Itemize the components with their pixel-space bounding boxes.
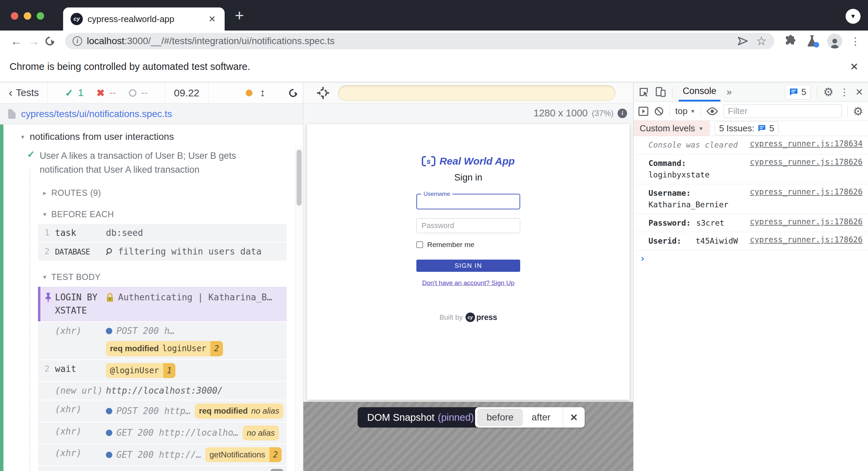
devtools-settings-icon[interactable]: ⚙ [823, 86, 833, 98]
back-button[interactable]: ← [7, 35, 25, 48]
clear-console-icon[interactable] [654, 106, 664, 116]
username-field[interactable]: Username [416, 194, 520, 209]
console-row[interactable]: Username:Katharina_Bernier cypress_runne… [634, 184, 868, 214]
command-row-xhr[interactable]: (xhr) POST 200 h… req modifiedloginUser2 [38, 322, 287, 359]
inspect-element-icon[interactable] [638, 87, 649, 97]
before-each-label: BEFORE EACH [51, 209, 114, 219]
log-levels-selector[interactable]: Custom levels▼ [634, 121, 710, 136]
auto-scroll-dot-icon [246, 90, 252, 96]
console-row[interactable]: Password:s3cret cypress_runner.js:178626 [634, 214, 868, 232]
divider [701, 106, 701, 117]
profile-avatar[interactable] [827, 34, 842, 49]
tab-console[interactable]: Console [679, 82, 720, 101]
console-settings-icon[interactable]: ⚙ [853, 106, 863, 117]
url-text: localhost:3000/__/#/tests/integration/ui… [87, 36, 730, 46]
viewport-info: 1280 x 1000 (37%) i [303, 108, 633, 119]
issues-button[interactable]: 5 Issues: 5 [715, 121, 779, 135]
command-row-task[interactable]: 1 task db:seed [38, 224, 287, 242]
console-row[interactable]: Command:loginbyxstate cypress_runner.js:… [634, 154, 868, 184]
bookmark-star-icon[interactable]: ☆ [756, 34, 767, 48]
console-messages-badge[interactable]: 5 [785, 85, 811, 99]
command-row-get[interactable]: 3 get [data-test=list-skeleton] 0 [38, 466, 287, 471]
device-toolbar-icon[interactable] [655, 87, 666, 97]
eye-icon[interactable] [706, 107, 718, 115]
remember-me-checkbox[interactable] [416, 241, 423, 248]
console-sidebar-toggle-icon[interactable] [638, 106, 648, 116]
test-row[interactable]: ✓ User A likes a transaction of User B; … [0, 149, 295, 176]
viewport-info-icon[interactable]: i [618, 109, 627, 118]
console-row[interactable]: Userid:t45AiwidW cypress_runner.js:17862… [634, 232, 868, 250]
send-icon[interactable] [738, 36, 748, 46]
remember-me-row[interactable]: Remember me [416, 241, 520, 249]
before-each-section-toggle[interactable]: ▾ BEFORE EACH [0, 209, 295, 219]
console-filter-input[interactable] [723, 105, 842, 118]
source-link[interactable]: cypress_runner.js:178626 [750, 157, 863, 166]
test-body-section-toggle[interactable]: ▾ TEST BODY [0, 272, 295, 282]
reload-button[interactable] [44, 35, 56, 48]
flask-extension-icon[interactable] [806, 35, 818, 48]
command-name: (xhr) [55, 325, 106, 337]
window-close-button[interactable] [11, 12, 18, 20]
username-label: Username [421, 191, 452, 197]
command-row-new-url[interactable]: (new url) http://localhost:3000/ [38, 382, 287, 400]
cypress-brand-text: press [476, 313, 497, 322]
context-selector[interactable]: top▼ [675, 106, 695, 116]
aut-url-field[interactable] [338, 85, 616, 101]
cypress-favicon-icon: cy [71, 13, 83, 25]
source-link[interactable]: cypress_runner.js:178626 [750, 187, 863, 196]
command-row-xhr[interactable]: (xhr) POST 200 http… req modifiedno alia… [38, 400, 287, 421]
scrollbar-thumb[interactable] [297, 150, 302, 206]
back-to-tests-button[interactable]: ‹ Tests [0, 82, 48, 103]
password-placeholder: Password [421, 221, 454, 230]
console-prompt[interactable]: › [634, 250, 868, 267]
pinned-command-row[interactable]: LOGIN BY XSTATE Authenticating | Kathari… [38, 287, 287, 321]
url-bar[interactable]: i localhost:3000/__/#/tests/integration/… [65, 33, 774, 49]
reporter-scrollbar[interactable] [295, 146, 303, 471]
site-info-icon[interactable]: i [73, 36, 82, 46]
infobar-close-icon[interactable]: ✕ [850, 61, 858, 73]
selector-playground-icon[interactable] [317, 87, 329, 99]
command-log-scroll[interactable]: ▾ notifications from user interactions ✓… [0, 125, 295, 471]
source-link[interactable]: cypress_runner.js:178634 [750, 139, 863, 148]
snapshot-toggle-control: before after ✕ [475, 407, 585, 428]
sign-up-link[interactable]: Don't have an account? Sign Up [416, 279, 520, 287]
rerun-tests-button[interactable] [287, 87, 299, 99]
tab-close-icon[interactable]: ✕ [207, 14, 217, 24]
pin-icon [41, 291, 55, 302]
viewport-scale: (37%) [592, 109, 614, 118]
built-by-text: Built by [439, 313, 463, 321]
source-link[interactable]: cypress_runner.js:178626 [750, 217, 863, 226]
devtools-close-icon[interactable]: ✕ [855, 87, 863, 98]
forward-button[interactable]: → [25, 35, 43, 48]
command-row-xhr[interactable]: (xhr) GET 200 http://… getNotifications2 [38, 444, 287, 465]
collapse-triangle-icon: ▾ [43, 273, 46, 281]
window-zoom-button[interactable] [37, 12, 44, 20]
new-tab-button[interactable]: + [235, 6, 244, 24]
browser-tab[interactable]: cy cypress-realworld-app ✕ [63, 7, 225, 31]
command-row-database[interactable]: 2 DATABASE filtering within users data [38, 243, 287, 261]
more-tabs-icon[interactable]: » [727, 87, 732, 97]
tab-search-button[interactable]: ▼ [846, 9, 861, 24]
extensions-puzzle-icon[interactable] [785, 35, 797, 47]
password-field[interactable]: Password [416, 218, 520, 233]
snapshot-before-button[interactable]: before [477, 409, 523, 426]
spec-path-link[interactable]: cypress/tests/ui/notifications.spec.ts [21, 109, 172, 119]
sign-in-button[interactable]: SIGN IN [416, 260, 520, 272]
alias-badge: @loginUser1 [106, 363, 175, 378]
snapshot-close-icon[interactable]: ✕ [563, 412, 584, 423]
browser-menu-icon[interactable]: ⋮ [850, 35, 861, 47]
source-link[interactable]: cypress_runner.js:178626 [750, 235, 863, 244]
console-levels-bar: Custom levels▼ 5 Issues: 5 [634, 121, 868, 136]
suite-row[interactable]: ▾ notifications from user interactions [0, 131, 295, 142]
routes-section-toggle[interactable]: ▸ ROUTES (9) [0, 188, 295, 198]
command-row-wait[interactable]: 2 wait @loginUser1 [38, 360, 287, 381]
devtools-menu-icon[interactable]: ⋮ [840, 87, 849, 98]
lock-icon [106, 293, 114, 302]
reporter-controls: ↕ [208, 82, 303, 103]
console-row[interactable]: Console was cleared cypress_runner.js:17… [634, 136, 868, 154]
route-badge: req modifiedno alias [195, 403, 283, 418]
window-minimize-button[interactable] [24, 12, 31, 20]
command-row-xhr[interactable]: (xhr) GET 200 http://localho… no alias [38, 422, 287, 444]
auto-scroll-toggle[interactable]: ↕ [260, 87, 265, 99]
snapshot-after-button[interactable]: after [523, 409, 559, 426]
